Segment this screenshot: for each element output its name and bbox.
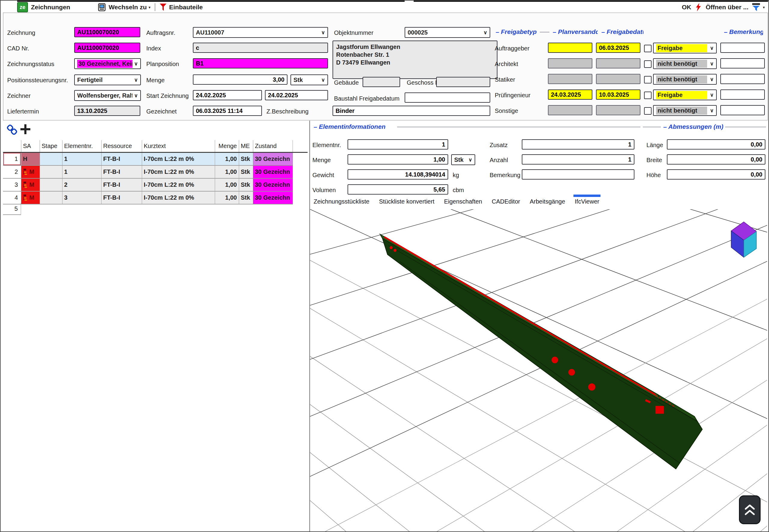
einbauteile-button[interactable]: Einbauteile — [169, 4, 203, 11]
auftraggeber-planversand-field[interactable] — [548, 43, 592, 53]
auftraggeber-checkbox[interactable] — [644, 45, 652, 52]
statiker-checkbox[interactable] — [644, 76, 652, 83]
tab-ifcviewer[interactable]: IfcViewer — [575, 198, 599, 205]
add-row-icon[interactable] — [19, 123, 31, 136]
start-zeichnung-field-2[interactable] — [265, 90, 328, 100]
pruefingenieur-checkbox[interactable] — [644, 92, 652, 99]
col-menge[interactable]: Menge — [215, 140, 239, 153]
auftraggeber-freigabedatum-field[interactable] — [596, 43, 640, 53]
pruefingenieur-freigabedatum-field[interactable] — [596, 89, 640, 100]
index-field[interactable] — [193, 43, 328, 53]
auftraggeber-status-select[interactable]: Freigabe∨ — [653, 43, 717, 53]
freigabetyp-header: Freigabetyp — [496, 28, 541, 35]
col-me[interactable]: ME — [239, 140, 253, 153]
statiker-planversand-field — [548, 74, 592, 84]
ok-button[interactable]: OK — [682, 4, 692, 11]
toolbar: ze Zeichnungen Wechseln zu ▾ Einbauteile… — [1, 2, 768, 13]
menge-field[interactable] — [193, 74, 287, 85]
z-beschreibung-field[interactable] — [332, 106, 490, 116]
oeffnen-ueber-button[interactable]: Öffnen über ... — [706, 4, 748, 11]
beam-model[interactable] — [380, 234, 702, 469]
liefertermin-field[interactable] — [74, 106, 140, 116]
tab-arbeitsgaenge[interactable]: Arbeitsgänge — [530, 198, 565, 205]
statiker-freigabedatum-field — [596, 74, 640, 84]
table-row[interactable]: 4 M 3 FT-B-I I-70cm L:22 m 0% 1,00 Stk 3… — [3, 191, 307, 204]
pruefingenieur-status-select[interactable]: Freigabe∨ — [653, 89, 717, 100]
architekt-status-select[interactable]: nicht benötigt∨ — [653, 58, 717, 69]
ei-volumen-field[interactable] — [347, 184, 448, 195]
architekt-checkbox[interactable] — [644, 60, 652, 68]
window-title: Zeichnungen — [31, 4, 70, 11]
menge-unit-select[interactable]: Stk∨ — [290, 74, 328, 85]
table-row[interactable]: 2 M 1 FT-B-I I-70cm L:22 m 0% 1,00 Stk 3… — [3, 165, 307, 178]
objektnummer-select[interactable]: 000025∨ — [405, 27, 490, 38]
ei-anzahl-field[interactable] — [522, 154, 634, 165]
architekt-label: Architekt — [495, 61, 518, 68]
auftragsnr-select[interactable]: AU110007∨ — [193, 27, 328, 38]
ei-zusatz-field[interactable] — [522, 139, 634, 150]
lightning-icon[interactable] — [695, 3, 701, 12]
navigation-cube[interactable] — [731, 222, 756, 257]
tab-cadeditor[interactable]: CADEditor — [492, 198, 520, 205]
col-ressource[interactable]: Ressource — [101, 140, 142, 153]
hoehe-field[interactable] — [667, 169, 765, 180]
ground-grid — [310, 209, 767, 531]
ei-elementnr-field[interactable] — [347, 139, 448, 150]
architekt-planversand-field — [548, 58, 592, 68]
table-row[interactable]: 1 H 1 FT-B-I I-70cm L:22 m 0% 1,00 Stk 3… — [3, 153, 307, 166]
gebaeude-field[interactable] — [362, 77, 400, 87]
breite-field[interactable] — [667, 154, 765, 165]
ei-menge-unit-select[interactable]: Stk∨ — [451, 154, 475, 165]
auftraggeber-label: Auftraggeber — [495, 45, 530, 52]
positionssteuerungsnr-select[interactable]: Fertigteil∨ — [74, 74, 141, 85]
ifc-3d-viewport[interactable] — [310, 209, 767, 531]
hierarchy-icon — [23, 194, 28, 201]
ei-gewicht-field[interactable] — [347, 169, 448, 180]
col-elementnr[interactable]: Elementnr. — [62, 140, 101, 153]
statiker-label: Statiker — [495, 76, 515, 83]
open-filter-icon[interactable] — [752, 3, 761, 11]
col-kurztext[interactable]: Kurztext — [142, 140, 215, 153]
zeichner-label: Zeichner — [7, 92, 31, 99]
link-elements-icon[interactable] — [6, 124, 19, 138]
auftraggeber-bemerkung-field[interactable] — [720, 43, 765, 53]
baustahl-freigabedatum-field[interactable] — [405, 92, 490, 103]
wechseln-zu-dropdown-arrow[interactable]: ▾ — [148, 5, 150, 10]
gezeichnet-field[interactable] — [193, 106, 262, 116]
wechseln-zu-button[interactable]: Wechseln zu — [109, 4, 147, 11]
laenge-field[interactable] — [667, 139, 765, 150]
ei-menge-field[interactable] — [347, 154, 448, 165]
start-zeichnung-field[interactable] — [193, 90, 262, 100]
objektnummer-label: Objektnummer — [334, 29, 373, 36]
statiker-bemerkung-field[interactable] — [720, 74, 765, 84]
sonstige-planversand-field — [548, 105, 592, 115]
pruefingenieur-bemerkung-field[interactable] — [720, 89, 765, 100]
architekt-bemerkung-field[interactable] — [720, 58, 765, 68]
planposition-field[interactable] — [193, 58, 328, 68]
col-sa[interactable]: SA — [21, 140, 40, 153]
zeichnung-field[interactable] — [74, 27, 140, 37]
scroll-to-top-button[interactable] — [739, 495, 761, 524]
table-row-empty[interactable]: 5 — [3, 203, 21, 215]
geschoss-nr-field[interactable] — [436, 77, 490, 87]
address-line: Rotenbacher Str. 1 — [336, 51, 494, 59]
ei-bemerkung-field[interactable] — [522, 169, 634, 180]
tab-zeichnungsstueckliste[interactable]: Zeichnungsstückliste — [313, 198, 369, 205]
col-stape[interactable]: Stape — [40, 140, 62, 153]
statiker-status-select[interactable]: nicht benötigt∨ — [653, 74, 717, 85]
open-filter-dropdown-arrow[interactable]: ▾ — [763, 5, 765, 10]
ei-gewicht-unit: kg — [453, 172, 459, 179]
col-zustand[interactable]: Zustand — [253, 140, 292, 153]
sonstige-bemerkung-field[interactable] — [720, 105, 765, 115]
cad-nr-field[interactable] — [74, 43, 140, 53]
laenge-label: Länge — [646, 142, 663, 149]
sonstige-checkbox[interactable] — [644, 107, 652, 115]
baustahl-freigabedatum-label: Baustahl Freigabedatum — [334, 95, 400, 102]
pruefingenieur-planversand-field[interactable] — [548, 89, 592, 100]
tab-eigenschaften[interactable]: Eigenschaften — [444, 198, 482, 205]
sonstige-status-select[interactable]: nicht benötigt∨ — [653, 105, 717, 116]
table-row[interactable]: 3 M 2 FT-B-I I-70cm L:22 m 0% 1,00 Stk 3… — [3, 178, 307, 191]
tab-stueckliste-konvertiert[interactable]: Stückliste konvertiert — [379, 198, 435, 205]
zeichner-select[interactable]: Wolfensberger, Ralf∨ — [74, 90, 141, 101]
zeichnungsstatus-select[interactable]: 30 Gezeichnet, Kein∨ — [74, 58, 141, 69]
